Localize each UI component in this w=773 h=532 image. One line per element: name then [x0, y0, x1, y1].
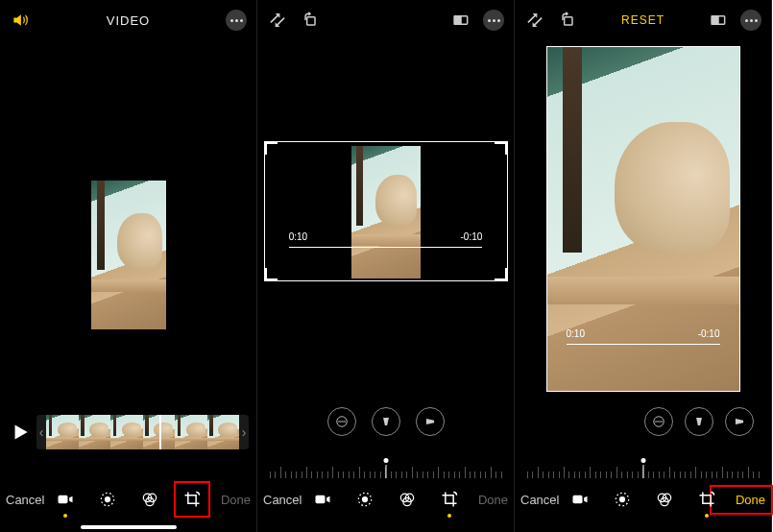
scrubber[interactable]: [567, 344, 720, 345]
trim-handle-right[interactable]: ›: [239, 415, 249, 449]
time-remaining: -0:10: [461, 231, 483, 242]
bottom-bar: Cancel Done: [515, 478, 771, 520]
video-frame: [91, 181, 166, 329]
svg-point-2: [105, 497, 109, 502]
play-button[interactable]: [8, 420, 33, 445]
timeline: ‹ ›: [8, 413, 249, 451]
more-icon[interactable]: [483, 10, 504, 31]
vertical-perspective-button[interactable]: [372, 407, 400, 436]
crop-preview[interactable]: 0:10 -0:10: [257, 139, 514, 283]
crop-preview[interactable]: 0:10 -0:10: [515, 43, 771, 394]
aspect-icon[interactable]: [708, 10, 729, 31]
volume-icon[interactable]: [10, 10, 31, 31]
done-button[interactable]: Done: [203, 493, 251, 507]
straighten-button[interactable]: [327, 407, 356, 436]
angle-ruler[interactable]: [524, 455, 761, 478]
svg-rect-17: [565, 17, 572, 25]
adjust-tab-icon[interactable]: [354, 489, 375, 510]
filters-tab-icon[interactable]: [397, 489, 418, 510]
straighten-button[interactable]: [644, 407, 673, 436]
svg-point-24: [619, 497, 624, 502]
playhead[interactable]: [159, 415, 161, 449]
flip-icon[interactable]: [524, 10, 545, 31]
filters-tab-icon[interactable]: [139, 489, 160, 510]
more-icon[interactable]: [740, 10, 761, 31]
crop-tab-icon[interactable]: [439, 489, 460, 510]
video-tab-icon[interactable]: [569, 489, 591, 510]
svg-rect-19: [712, 16, 718, 24]
vertical-perspective-button[interactable]: [685, 407, 713, 436]
editor-panel-2: 0:10 -0:10 Cancel: [257, 0, 515, 532]
svg-rect-22: [572, 496, 582, 503]
cancel-button[interactable]: Cancel: [263, 493, 311, 507]
time-remaining: -0:10: [698, 328, 720, 339]
video-frame: [351, 146, 421, 278]
svg-rect-0: [58, 496, 67, 503]
flip-icon[interactable]: [267, 10, 288, 31]
adjust-tab-icon[interactable]: [612, 489, 633, 510]
mode-title: VIDEO: [107, 13, 150, 28]
top-bar: RESET: [515, 0, 771, 40]
more-icon[interactable]: [226, 10, 247, 31]
done-button[interactable]: Done: [460, 493, 508, 507]
crop-tools-row: [515, 407, 771, 436]
top-bar: [257, 0, 514, 40]
adjust-tab-icon[interactable]: [97, 489, 118, 510]
crop-tab-icon[interactable]: [181, 489, 203, 510]
scrubber[interactable]: [289, 247, 483, 248]
bottom-bar: Cancel Done: [0, 478, 256, 520]
cancel-button[interactable]: Cancel: [520, 493, 568, 507]
trim-handle-left[interactable]: ‹: [36, 415, 46, 449]
top-bar: VIDEO: [0, 0, 256, 40]
time-elapsed: 0:10: [567, 328, 585, 339]
video-tab-icon[interactable]: [55, 489, 76, 510]
video-frame: [547, 47, 739, 391]
film-strip[interactable]: ‹ ›: [36, 415, 249, 449]
svg-point-13: [362, 497, 367, 502]
bottom-bar: Cancel Done: [257, 478, 514, 520]
filters-tab-icon[interactable]: [654, 489, 675, 510]
editor-panel-1: VIDEO ‹ › Cancel: [0, 0, 257, 532]
horizontal-perspective-button[interactable]: [725, 407, 754, 436]
aspect-icon[interactable]: [450, 10, 471, 31]
rotate-icon[interactable]: [300, 10, 321, 31]
video-tab-icon[interactable]: [312, 489, 333, 510]
time-elapsed: 0:10: [289, 231, 307, 242]
editor-panel-3: RESET 0:10 -0:10: [515, 0, 772, 532]
svg-rect-8: [454, 16, 461, 24]
angle-ruler[interactable]: [267, 455, 504, 478]
home-indicator: [81, 525, 177, 529]
crop-tools-row: [257, 407, 514, 436]
horizontal-perspective-button[interactable]: [416, 407, 445, 436]
svg-rect-11: [315, 496, 325, 503]
done-button[interactable]: Done: [717, 493, 765, 507]
cancel-button[interactable]: Cancel: [6, 493, 54, 507]
video-preview[interactable]: [0, 178, 256, 331]
reset-button[interactable]: RESET: [621, 13, 664, 27]
rotate-icon[interactable]: [557, 10, 578, 31]
crop-tab-icon[interactable]: [696, 489, 717, 510]
svg-rect-6: [307, 17, 315, 25]
